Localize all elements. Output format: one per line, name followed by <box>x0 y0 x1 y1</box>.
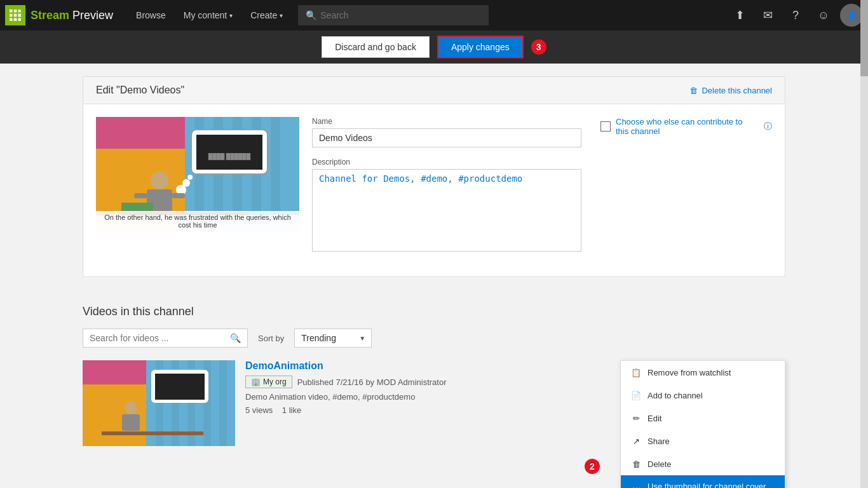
description-label: Description <box>312 158 581 166</box>
svg-rect-36 <box>219 360 227 446</box>
svg-rect-0 <box>10 10 13 13</box>
contribute-checkbox[interactable] <box>600 121 611 132</box>
video-title[interactable]: DemoAnimation <box>245 360 597 372</box>
nav-create[interactable]: Create▾ <box>243 0 290 30</box>
svg-point-40 <box>125 402 137 414</box>
svg-rect-4 <box>14 14 17 17</box>
upload-icon[interactable]: ⬆ <box>728 4 751 27</box>
svg-rect-18 <box>196 135 262 170</box>
thumbnail-caption: On the other hand, he was frustrated wit… <box>96 211 299 231</box>
edit-icon: ✏ <box>631 413 641 423</box>
sort-label: Sort by <box>258 334 284 343</box>
context-menu-item-add-channel[interactable]: 📄 Add to channel <box>621 384 785 407</box>
videos-controls: 🔍 Sort by Trending Most recent Most view… <box>83 329 785 348</box>
context-menu-label-edit: Edit <box>648 414 661 423</box>
delete-channel-label: Delete this channel <box>702 86 772 95</box>
context-menu-item-edit[interactable]: ✏ Edit <box>621 407 785 430</box>
description-textarea[interactable]: Channel for Demos, #demo, #productdemo <box>312 169 581 252</box>
nav-my-content[interactable]: My content▾ <box>176 0 240 30</box>
apply-button[interactable]: Apply changes <box>437 36 524 58</box>
svg-rect-26 <box>172 193 185 198</box>
svg-rect-39 <box>155 374 205 400</box>
context-menu-item-watchlist[interactable]: 📋 Remove from watchlist <box>621 361 785 384</box>
svg-rect-6 <box>10 18 13 22</box>
video-item: DemoAnimation 🏢 My org Published 7/21/16… <box>83 360 785 446</box>
sort-select[interactable]: Trending Most recent Most viewed Most li… <box>294 329 372 348</box>
svg-rect-42 <box>102 431 203 435</box>
profile-icon[interactable]: 👤 <box>840 4 863 27</box>
grid-icon[interactable] <box>5 5 25 25</box>
channel-thumbnail: ████ ██████ <box>96 117 299 264</box>
svg-rect-2 <box>18 10 22 13</box>
videos-section-title: Videos in this channel <box>83 305 785 318</box>
nav-search-box[interactable]: 🔍 <box>298 5 489 25</box>
video-likes: 1 like <box>282 405 301 415</box>
step-3-badge: 3 <box>531 39 546 55</box>
edit-panel-header: Edit "Demo Videos" 🗑 Delete this channel <box>83 77 785 104</box>
org-icon: 🏢 <box>251 377 261 386</box>
search-input[interactable] <box>320 10 481 20</box>
mail-icon[interactable]: ✉ <box>756 4 779 27</box>
video-views: 5 views <box>245 405 273 415</box>
scrollbar[interactable] <box>860 0 868 488</box>
svg-point-23 <box>151 172 168 189</box>
svg-rect-8 <box>18 18 22 22</box>
context-menu-label-thumbnail: Use thumbnail for channel cover image <box>648 482 775 488</box>
scroll-thumb[interactable] <box>860 0 868 76</box>
context-menu: 📋 Remove from watchlist 📄 Add to channel… <box>620 360 785 488</box>
context-menu-item-thumbnail[interactable]: 🖼 Use thumbnail for channel cover image <box>621 475 785 488</box>
svg-point-20 <box>187 175 193 180</box>
sort-wrapper: Trending Most recent Most viewed Most li… <box>294 329 372 348</box>
context-menu-label-share: Share <box>648 437 670 446</box>
video-thumbnail <box>83 360 235 446</box>
context-menu-item-share[interactable]: ↗ Share <box>621 430 785 452</box>
contribute-label[interactable]: Choose who else can contribute to this c… <box>616 117 756 136</box>
context-menu-label-delete: Delete <box>648 459 672 469</box>
edit-right: Choose who else can contribute to this c… <box>594 117 772 264</box>
svg-rect-1 <box>14 10 17 13</box>
trash-icon: 🗑 <box>689 86 698 95</box>
videos-section: Videos in this channel 🔍 Sort by Trendin… <box>0 305 868 446</box>
edit-form: Name Description Channel for Demos, #dem… <box>312 117 581 264</box>
edit-panel-body: ████ ██████ <box>83 104 785 276</box>
help-icon[interactable]: ? <box>784 4 807 27</box>
delete-icon: 🗑 <box>631 459 641 469</box>
svg-rect-25 <box>134 193 147 198</box>
video-search-input[interactable] <box>90 333 230 343</box>
svg-rect-41 <box>122 414 140 431</box>
svg-rect-3 <box>10 14 13 17</box>
svg-rect-16 <box>96 117 185 149</box>
discard-button[interactable]: Discard and go back <box>322 36 430 58</box>
step-2-badge: 2 <box>585 459 600 474</box>
emoji-icon[interactable]: ☺ <box>812 4 835 27</box>
name-input[interactable] <box>312 128 581 147</box>
video-meta: 🏢 My org Published 7/21/16 by MOD Admini… <box>245 376 597 388</box>
watchlist-icon: 📋 <box>631 367 641 377</box>
name-label: Name <box>312 117 581 126</box>
video-stats: 5 views 1 like <box>245 405 597 415</box>
delete-channel-button[interactable]: 🗑 Delete this channel <box>689 86 772 95</box>
org-label: My org <box>263 377 287 386</box>
app-brand[interactable]: Stream Preview <box>31 9 113 22</box>
video-description: Demo Animation video, #demo, #productdem… <box>245 392 597 402</box>
context-menu-label-add-channel: Add to channel <box>648 391 703 400</box>
svg-text:████ ██████: ████ ██████ <box>208 152 251 160</box>
svg-rect-5 <box>18 14 22 17</box>
action-bar: Discard and go back Apply changes 3 <box>0 30 868 64</box>
video-published: Published 7/21/16 by MOD Administrator <box>297 377 447 387</box>
svg-rect-37 <box>83 360 146 384</box>
video-search-box[interactable]: 🔍 <box>83 329 248 348</box>
share-icon: ↗ <box>631 436 641 446</box>
search-icon: 🔍 <box>230 333 241 343</box>
context-menu-label-watchlist: Remove from watchlist <box>648 368 731 377</box>
nav-browse[interactable]: Browse <box>128 0 173 30</box>
svg-rect-7 <box>14 18 17 22</box>
org-badge: 🏢 My org <box>245 376 292 388</box>
context-menu-item-delete[interactable]: 🗑 Delete <box>621 452 785 475</box>
contribute-info-icon[interactable]: ⓘ <box>764 121 772 132</box>
search-icon: 🔍 <box>306 10 316 20</box>
add-channel-icon: 📄 <box>631 390 641 400</box>
video-info: DemoAnimation 🏢 My org Published 7/21/16… <box>245 360 597 446</box>
top-nav: Stream Preview Browse My content▾ Create… <box>0 0 868 30</box>
edit-panel-title: Edit "Demo Videos" <box>96 85 184 96</box>
